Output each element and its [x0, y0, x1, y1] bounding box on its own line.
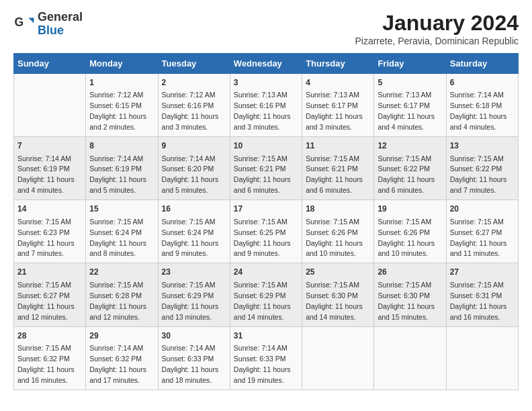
calendar-cell: 2Sunrise: 7:12 AM Sunset: 6:16 PM Daylig… [158, 74, 230, 137]
calendar-cell: 5Sunrise: 7:13 AM Sunset: 6:17 PM Daylig… [374, 74, 446, 137]
day-info: Sunrise: 7:14 AM Sunset: 6:33 PM Dayligh… [234, 344, 291, 384]
calendar-cell: 18Sunrise: 7:15 AM Sunset: 6:26 PM Dayli… [302, 200, 374, 263]
day-info: Sunrise: 7:13 AM Sunset: 6:16 PM Dayligh… [234, 91, 291, 131]
calendar-cell: 25Sunrise: 7:15 AM Sunset: 6:30 PM Dayli… [302, 263, 374, 326]
day-number: 24 [234, 267, 298, 278]
calendar-cell: 13Sunrise: 7:15 AM Sunset: 6:22 PM Dayli… [446, 137, 518, 200]
calendar-cell [14, 74, 86, 137]
weekday-header: Thursday [302, 54, 374, 74]
svg-marker-1 [28, 17, 34, 23]
calendar-cell [446, 326, 518, 390]
day-number: 9 [162, 140, 226, 152]
calendar-week-row: 1Sunrise: 7:12 AM Sunset: 6:15 PM Daylig… [14, 74, 519, 137]
day-number: 10 [234, 140, 298, 152]
day-number: 26 [378, 267, 442, 278]
logo-blue-text: Blue [38, 24, 83, 38]
day-number: 15 [89, 203, 154, 215]
weekday-header: Friday [374, 54, 446, 74]
day-number: 5 [378, 77, 442, 89]
day-number: 3 [234, 77, 298, 89]
weekday-header: Saturday [446, 54, 518, 74]
logo: G General Blue [13, 11, 83, 38]
day-info: Sunrise: 7:15 AM Sunset: 6:22 PM Dayligh… [378, 154, 435, 195]
day-info: Sunrise: 7:15 AM Sunset: 6:32 PM Dayligh… [17, 344, 75, 384]
day-number: 22 [89, 267, 154, 278]
day-info: Sunrise: 7:14 AM Sunset: 6:33 PM Dayligh… [162, 344, 219, 384]
day-info: Sunrise: 7:15 AM Sunset: 6:26 PM Dayligh… [306, 218, 363, 258]
day-number: 11 [306, 140, 370, 152]
calendar-cell: 8Sunrise: 7:14 AM Sunset: 6:19 PM Daylig… [86, 137, 158, 200]
calendar-cell: 9Sunrise: 7:14 AM Sunset: 6:20 PM Daylig… [158, 137, 230, 200]
day-info: Sunrise: 7:14 AM Sunset: 6:18 PM Dayligh… [450, 91, 507, 131]
day-info: Sunrise: 7:15 AM Sunset: 6:24 PM Dayligh… [162, 218, 219, 258]
calendar-cell: 12Sunrise: 7:15 AM Sunset: 6:22 PM Dayli… [374, 137, 446, 200]
day-info: Sunrise: 7:15 AM Sunset: 6:28 PM Dayligh… [89, 281, 146, 321]
calendar-cell: 29Sunrise: 7:14 AM Sunset: 6:32 PM Dayli… [86, 326, 158, 390]
calendar-cell: 16Sunrise: 7:15 AM Sunset: 6:24 PM Dayli… [158, 200, 230, 263]
day-number: 7 [17, 140, 82, 152]
day-info: Sunrise: 7:15 AM Sunset: 6:30 PM Dayligh… [378, 281, 435, 321]
day-info: Sunrise: 7:14 AM Sunset: 6:32 PM Dayligh… [89, 344, 146, 384]
day-number: 4 [306, 77, 370, 89]
calendar-cell: 24Sunrise: 7:15 AM Sunset: 6:29 PM Dayli… [230, 263, 302, 326]
day-info: Sunrise: 7:15 AM Sunset: 6:27 PM Dayligh… [450, 218, 507, 258]
day-info: Sunrise: 7:15 AM Sunset: 6:27 PM Dayligh… [17, 281, 75, 321]
day-number: 6 [450, 77, 515, 89]
day-number: 30 [162, 330, 226, 342]
day-number: 21 [17, 267, 82, 278]
weekday-header: Wednesday [230, 54, 302, 74]
calendar-week-row: 28Sunrise: 7:15 AM Sunset: 6:32 PM Dayli… [14, 326, 519, 390]
day-info: Sunrise: 7:15 AM Sunset: 6:26 PM Dayligh… [378, 218, 435, 258]
calendar-week-row: 14Sunrise: 7:15 AM Sunset: 6:23 PM Dayli… [14, 200, 519, 263]
calendar-cell: 28Sunrise: 7:15 AM Sunset: 6:32 PM Dayli… [14, 326, 86, 390]
title-block: January 2024 Pizarrete, Peravia, Dominic… [355, 11, 519, 46]
weekday-header: Monday [86, 54, 158, 74]
day-info: Sunrise: 7:12 AM Sunset: 6:16 PM Dayligh… [162, 91, 219, 131]
day-number: 18 [306, 203, 370, 215]
day-number: 25 [306, 267, 370, 278]
day-number: 29 [89, 330, 154, 342]
day-info: Sunrise: 7:15 AM Sunset: 6:30 PM Dayligh… [306, 281, 363, 321]
day-number: 16 [162, 203, 226, 215]
day-info: Sunrise: 7:15 AM Sunset: 6:23 PM Dayligh… [17, 218, 75, 258]
calendar-cell: 3Sunrise: 7:13 AM Sunset: 6:16 PM Daylig… [230, 74, 302, 137]
calendar-cell [374, 326, 446, 390]
logo-text: General Blue [38, 11, 83, 38]
calendar-title: January 2024 [355, 11, 519, 36]
calendar-cell: 11Sunrise: 7:15 AM Sunset: 6:21 PM Dayli… [302, 137, 374, 200]
calendar-cell: 19Sunrise: 7:15 AM Sunset: 6:26 PM Dayli… [374, 200, 446, 263]
day-number: 13 [450, 140, 515, 152]
day-info: Sunrise: 7:15 AM Sunset: 6:31 PM Dayligh… [450, 281, 507, 321]
day-number: 27 [450, 267, 515, 278]
logo-icon: G [13, 13, 35, 35]
day-info: Sunrise: 7:14 AM Sunset: 6:20 PM Dayligh… [162, 154, 219, 195]
weekday-header: Sunday [14, 54, 86, 74]
calendar-cell: 27Sunrise: 7:15 AM Sunset: 6:31 PM Dayli… [446, 263, 518, 326]
calendar-cell: 1Sunrise: 7:12 AM Sunset: 6:15 PM Daylig… [86, 74, 158, 137]
page-header: G General Blue January 2024 Pizarrete, P… [13, 11, 519, 46]
calendar-cell: 23Sunrise: 7:15 AM Sunset: 6:29 PM Dayli… [158, 263, 230, 326]
calendar-subtitle: Pizarrete, Peravia, Dominican Republic [355, 36, 519, 46]
calendar-week-row: 7Sunrise: 7:14 AM Sunset: 6:19 PM Daylig… [14, 137, 519, 200]
day-number: 20 [450, 203, 515, 215]
day-number: 14 [17, 203, 82, 215]
day-info: Sunrise: 7:15 AM Sunset: 6:21 PM Dayligh… [306, 154, 363, 195]
day-info: Sunrise: 7:12 AM Sunset: 6:15 PM Dayligh… [89, 91, 146, 131]
calendar-cell: 10Sunrise: 7:15 AM Sunset: 6:21 PM Dayli… [230, 137, 302, 200]
day-info: Sunrise: 7:14 AM Sunset: 6:19 PM Dayligh… [89, 154, 146, 195]
calendar-cell: 30Sunrise: 7:14 AM Sunset: 6:33 PM Dayli… [158, 326, 230, 390]
day-number: 31 [234, 330, 298, 342]
day-number: 23 [162, 267, 226, 278]
calendar-cell: 14Sunrise: 7:15 AM Sunset: 6:23 PM Dayli… [14, 200, 86, 263]
svg-text:G: G [15, 15, 24, 29]
calendar-cell: 22Sunrise: 7:15 AM Sunset: 6:28 PM Dayli… [86, 263, 158, 326]
day-info: Sunrise: 7:15 AM Sunset: 6:24 PM Dayligh… [89, 218, 146, 258]
calendar-cell [302, 326, 374, 390]
day-number: 2 [162, 77, 226, 89]
calendar-cell: 17Sunrise: 7:15 AM Sunset: 6:25 PM Dayli… [230, 200, 302, 263]
day-info: Sunrise: 7:15 AM Sunset: 6:22 PM Dayligh… [450, 154, 507, 195]
calendar-week-row: 21Sunrise: 7:15 AM Sunset: 6:27 PM Dayli… [14, 263, 519, 326]
day-info: Sunrise: 7:15 AM Sunset: 6:25 PM Dayligh… [234, 218, 291, 258]
calendar-cell: 21Sunrise: 7:15 AM Sunset: 6:27 PM Dayli… [14, 263, 86, 326]
logo-general-text: General [38, 11, 83, 24]
